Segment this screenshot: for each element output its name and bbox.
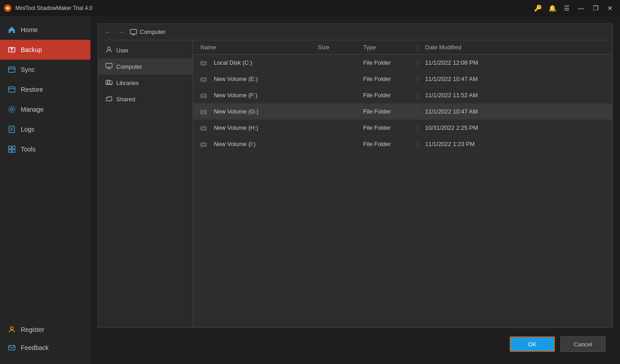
file-date: 11/1/2022 10:47 AM [425, 76, 605, 82]
sidebar-label-restore: Restore [21, 86, 43, 93]
row-divider [417, 124, 418, 132]
row-divider [417, 141, 418, 148]
tree-label-computer: Computer [116, 63, 142, 70]
sidebar-label-backup: Backup [21, 46, 42, 53]
svg-rect-16 [12, 150, 15, 152]
file-type: File Folder [363, 92, 417, 99]
menu-icon[interactable]: ☰ [560, 2, 573, 14]
sidebar-item-register[interactable]: Register [0, 321, 90, 339]
sidebar-label-feedback: Feedback [21, 344, 48, 351]
svg-rect-31 [202, 79, 205, 80]
tree-panel: User Computer [98, 40, 193, 327]
sidebar-label-tools: Tools [21, 146, 36, 153]
cancel-button[interactable]: Cancel [560, 336, 606, 352]
svg-rect-37 [202, 128, 205, 129]
file-type: File Folder [363, 59, 417, 66]
file-date: 11/1/2022 10:47 AM [425, 108, 605, 115]
main-layout: Home Backup Sync [0, 16, 620, 364]
tree-label-libraries: Libraries [116, 80, 139, 86]
app-title: MiniTool ShadowMaker Trial 4.0 [15, 5, 531, 11]
nav-path: Computer [130, 28, 166, 36]
file-row[interactable]: New Volume (F:) File Folder 11/1/2022 11… [193, 87, 612, 104]
ok-button[interactable]: OK [510, 336, 555, 352]
file-row[interactable]: Local Disk (C:) File Folder 11/1/2022 12… [193, 55, 612, 71]
svg-point-22 [108, 47, 110, 50]
title-bar: MiniTool ShadowMaker Trial 4.0 🔑 🔔 ☰ — ❐… [0, 0, 620, 16]
sidebar-item-sync[interactable]: Sync [0, 60, 90, 80]
drive-icon [200, 76, 210, 82]
backup-icon [7, 45, 16, 54]
tree-item-libraries[interactable]: Libraries [98, 75, 193, 91]
svg-rect-39 [202, 144, 205, 146]
sidebar-label-manage: Manage [21, 106, 44, 113]
svg-rect-33 [202, 95, 205, 97]
file-type: File Folder [363, 108, 417, 115]
sidebar-item-logs[interactable]: Logs [0, 119, 90, 139]
file-row[interactable]: New Volume (I:) File Folder 11/1/2022 1:… [193, 136, 612, 152]
sidebar-item-manage[interactable]: Manage [0, 99, 90, 119]
svg-rect-35 [202, 111, 205, 113]
bottom-bar: OK Cancel [98, 331, 613, 357]
header-name: Name [200, 44, 318, 51]
svg-rect-18 [9, 345, 15, 350]
sidebar-item-tools[interactable]: Tools [0, 139, 90, 159]
restore-icon [7, 85, 16, 94]
libraries-tree-icon [105, 79, 113, 87]
drive-icon [200, 59, 210, 66]
header-divider [417, 44, 418, 51]
sidebar-label-register: Register [21, 326, 44, 333]
file-name: New Volume (H:) [200, 124, 318, 131]
file-row[interactable]: New Volume (H:) File Folder 10/31/2022 2… [193, 120, 612, 136]
sidebar-item-feedback[interactable]: Feedback [0, 339, 90, 357]
nav-back-button[interactable]: ← [103, 27, 113, 37]
content-area: ← → Computer [90, 16, 620, 364]
file-date: 11/1/2022 11:52 AM [425, 92, 605, 99]
register-icon [7, 325, 16, 334]
computer-icon [130, 28, 137, 36]
drive-icon [200, 108, 210, 115]
bell-icon[interactable]: 🔔 [546, 2, 558, 14]
file-list: Name Size Type Date Modified Local D [193, 40, 612, 327]
sidebar: Home Backup Sync [0, 16, 90, 364]
feedback-icon [7, 343, 16, 352]
file-name: New Volume (G:) [200, 108, 318, 115]
row-divider [417, 76, 418, 83]
svg-rect-3 [9, 67, 15, 72]
svg-rect-23 [106, 63, 112, 67]
svg-rect-5 [9, 87, 15, 92]
nav-bar: ← → Computer [98, 24, 612, 40]
tree-item-computer[interactable]: Computer [98, 58, 193, 75]
shared-tree-icon [105, 95, 113, 104]
computer-tree-icon [105, 62, 113, 71]
file-type: File Folder [363, 141, 417, 147]
file-name: New Volume (E:) [200, 76, 318, 82]
sidebar-label-home: Home [21, 26, 38, 33]
svg-rect-19 [130, 29, 137, 34]
sidebar-item-home[interactable]: Home [0, 20, 90, 40]
file-row[interactable]: New Volume (G:) File Folder 11/1/2022 10… [193, 104, 612, 120]
close-button[interactable]: ✕ [604, 2, 616, 14]
file-type: File Folder [363, 124, 417, 131]
restore-button[interactable]: ❐ [589, 2, 602, 14]
file-row[interactable]: New Volume (E:) File Folder 11/1/2022 10… [193, 71, 612, 87]
key-icon[interactable]: 🔑 [531, 2, 544, 14]
sidebar-bottom: Register Feedback [0, 321, 90, 364]
svg-point-8 [9, 106, 15, 113]
sync-icon [7, 65, 16, 74]
tree-item-user[interactable]: User [98, 42, 193, 58]
file-date: 11/1/2022 1:23 PM [425, 141, 605, 147]
home-icon [7, 25, 16, 34]
sidebar-label-sync: Sync [21, 66, 35, 73]
nav-forward-button[interactable]: → [116, 27, 126, 37]
svg-rect-29 [202, 62, 205, 64]
sidebar-item-backup[interactable]: Backup [0, 40, 90, 60]
row-divider [417, 92, 418, 99]
tree-item-shared[interactable]: Shared [98, 91, 193, 107]
file-name: New Volume (I:) [200, 141, 318, 147]
header-type: Type [363, 44, 417, 51]
sidebar-item-restore[interactable]: Restore [0, 80, 90, 99]
logs-icon [7, 125, 16, 134]
svg-rect-15 [9, 150, 11, 152]
header-size: Size [318, 44, 363, 51]
minimize-button[interactable]: — [575, 2, 587, 14]
